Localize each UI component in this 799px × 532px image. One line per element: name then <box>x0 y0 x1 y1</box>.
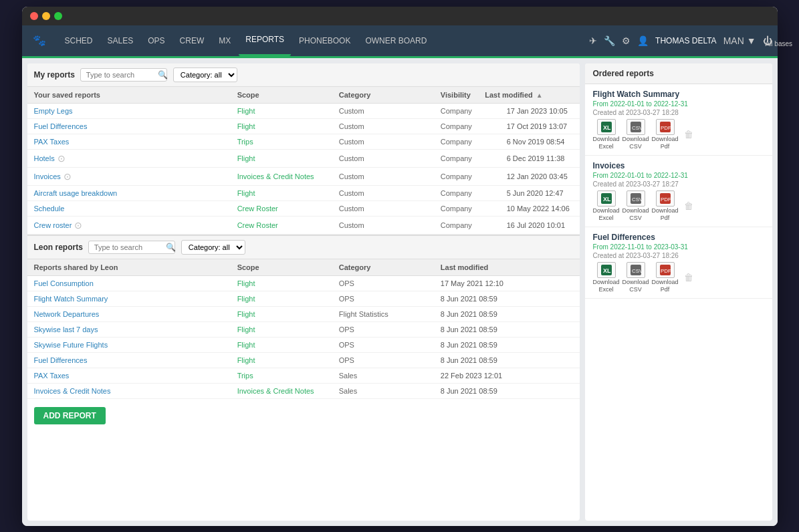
report-name-0[interactable]: Empty Legs <box>34 107 237 115</box>
excel-icon-1: XL <box>597 190 616 207</box>
add-report-button[interactable]: ADD REPORT <box>34 407 106 424</box>
csv-icon-0: CSV <box>626 119 645 135</box>
shared-report-name-2[interactable]: Network Departures <box>34 310 237 318</box>
nav-crew[interactable]: CREW <box>173 25 211 56</box>
my-reports-label: My reports <box>34 70 75 80</box>
ordered-report-0: Flight Watch Summary From 2022-01-01 to … <box>585 84 772 156</box>
col-visibility: Visibility Last modified ▲ <box>441 91 573 99</box>
my-reports-search[interactable] <box>80 68 167 82</box>
shared-report-name-7[interactable]: Invoices & Credit Notes <box>34 387 237 395</box>
shared-scope-7: Invoices & Credit Notes <box>237 387 339 395</box>
report-name-6[interactable]: Schedule <box>34 205 237 213</box>
report-name-3[interactable]: Hotels <box>34 154 55 162</box>
nav-phonebook[interactable]: PHONEBOOK <box>292 25 357 56</box>
svg-text:PDF: PDF <box>661 268 671 274</box>
ordered-report-2: Fuel Differences From 2022-11-01 to 2023… <box>585 227 772 299</box>
shared-date-3: 8 Jun 2021 08:59 <box>441 325 573 334</box>
add-report-container: ADD REPORT <box>27 399 580 432</box>
col-shared-category: Category <box>339 263 441 271</box>
date-1: 17 Oct 2019 13:07 <box>507 122 573 130</box>
close-button[interactable] <box>30 12 38 20</box>
shared-category-4: OPS <box>339 341 441 349</box>
visibility-7: Company <box>441 221 507 229</box>
nav-mx[interactable]: MX <box>212 25 237 56</box>
col-shared-lastmod: Last modified <box>441 263 573 271</box>
shared-reports-table-header: Reports shared by Leon Scope Category La… <box>27 259 580 276</box>
date-6: 10 May 2022 14:06 <box>507 205 573 213</box>
search-icon: 🔍 <box>158 70 168 80</box>
saved-reports-table-header: Your saved reports Scope Category Visibi… <box>27 87 580 104</box>
table-row: PAX Taxes Trips Custom Company 6 Nov 201… <box>27 134 580 150</box>
download-excel-1[interactable]: XL Download Excel <box>593 190 620 221</box>
svg-text:CSV: CSV <box>632 196 641 203</box>
delete-icon-2[interactable]: 🗑 <box>684 272 693 283</box>
shared-report-name-0[interactable]: Fuel Consumption <box>34 279 237 287</box>
download-pdf-1[interactable]: PDF Download Pdf <box>652 190 679 221</box>
visibility-4: Company <box>441 172 507 180</box>
report-name-5[interactable]: Aircraft usage breakdown <box>34 189 237 197</box>
download-pdf-0[interactable]: PDF Download Pdf <box>652 119 679 150</box>
tool-icon[interactable]: 🔧 <box>604 35 615 46</box>
minimize-button[interactable] <box>42 12 50 20</box>
svg-text:PDF: PDF <box>661 196 671 203</box>
category-0: Custom <box>339 107 441 115</box>
man-label[interactable]: MAN ▼ <box>723 35 756 46</box>
ordered-date-1: From 2022-01-01 to 2022-12-31 <box>593 172 764 179</box>
shared-date-0: 17 May 2021 12:10 <box>441 279 573 287</box>
shared-scope-4: Flight <box>237 341 339 349</box>
report-name-4[interactable]: Invoices <box>34 172 61 180</box>
shared-report-name-4[interactable]: Skywise Future Flights <box>34 341 237 349</box>
download-csv-2[interactable]: CSV Download CSV <box>622 262 649 293</box>
nav-sales[interactable]: SALES <box>101 25 140 56</box>
gear-icon[interactable]: ⚙ <box>622 35 631 46</box>
ordered-report-1: Invoices From 2022-01-01 to 2022-12-31 C… <box>585 156 772 227</box>
visibility-2: Company <box>441 138 507 146</box>
nav-sched[interactable]: SCHED <box>58 25 100 56</box>
csv-icon-2: CSV <box>626 262 645 278</box>
table-row: Fuel Differences Flight OPS 8 Jun 2021 0… <box>27 353 580 368</box>
svg-text:XL: XL <box>603 267 611 274</box>
delete-icon-0[interactable]: 🗑 <box>684 129 693 140</box>
my-reports-header: My reports 🔍 Category: all <box>27 63 580 87</box>
leon-reports-search[interactable] <box>88 241 175 254</box>
download-excel-0[interactable]: XL Download Excel <box>593 119 620 150</box>
shared-report-name-1[interactable]: Flight Watch Summary <box>34 295 237 303</box>
report-name-2[interactable]: PAX Taxes <box>34 138 237 146</box>
shared-reports-list: Fuel Consumption Flight OPS 17 May 2021 … <box>27 276 580 399</box>
scope-5: Flight <box>237 189 339 197</box>
nav-reports[interactable]: REPORTS <box>239 25 291 56</box>
maximize-button[interactable] <box>54 12 62 20</box>
download-pdf-2[interactable]: PDF Download Pdf <box>652 262 679 293</box>
my-reports-category[interactable]: Category: all <box>173 68 237 82</box>
nav-owner-board[interactable]: OWNER BOARD <box>358 25 433 56</box>
table-row: Hotels ⊙ Flight Custom Company 6 Dec 201… <box>27 150 580 168</box>
col-shared-name: Reports shared by Leon <box>34 263 237 271</box>
report-name-1[interactable]: Fuel Differences <box>34 122 237 130</box>
download-csv-0[interactable]: CSV Download CSV <box>622 119 649 150</box>
nav-ops[interactable]: OPS <box>141 25 171 56</box>
date-5: 5 Jun 2020 12:47 <box>507 189 573 197</box>
shared-report-name-3[interactable]: Skywise last 7 days <box>34 325 237 334</box>
shared-report-name-5[interactable]: Fuel Differences <box>34 356 237 364</box>
plane-icon[interactable]: ✈ <box>589 35 597 46</box>
csv-icon-1: CSV <box>626 190 645 207</box>
shared-report-name-6[interactable]: PAX Taxes <box>34 372 237 380</box>
ordered-title-1: Invoices <box>593 161 764 170</box>
table-row: Invoices & Credit Notes Invoices & Credi… <box>27 384 580 399</box>
col-category: Category <box>339 91 441 99</box>
dot-icon-7: ⊙ <box>74 220 82 231</box>
table-row: Fuel Consumption Flight OPS 17 May 2021 … <box>27 276 580 291</box>
report-name-7[interactable]: Crew roster <box>34 221 72 229</box>
visibility-6: Company <box>441 205 507 213</box>
ordered-date-0: From 2022-01-01 to 2022-12-31 <box>593 100 764 108</box>
delete-icon-1[interactable]: 🗑 <box>684 201 693 211</box>
sort-icon: ▲ <box>536 92 543 99</box>
shared-scope-0: Flight <box>237 279 339 287</box>
category-5: Custom <box>339 189 441 197</box>
shared-category-6: Sales <box>339 372 441 380</box>
download-csv-1[interactable]: CSV Download CSV <box>622 190 649 221</box>
scope-7: Crew Roster <box>237 221 339 229</box>
download-excel-2[interactable]: XL Download Excel <box>593 262 620 293</box>
leon-reports-category[interactable]: Category: all <box>181 240 245 255</box>
shared-scope-1: Flight <box>237 295 339 303</box>
